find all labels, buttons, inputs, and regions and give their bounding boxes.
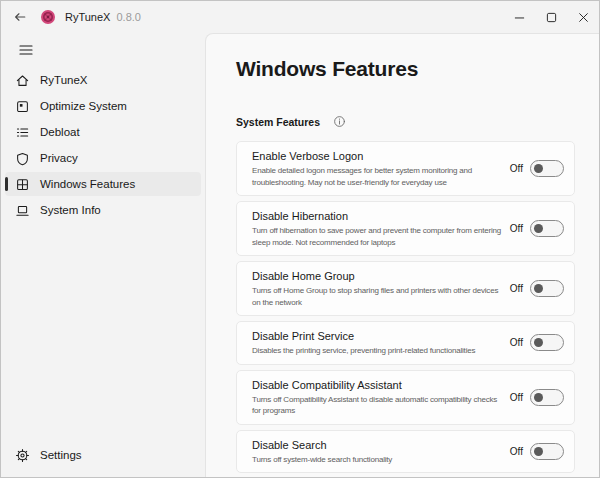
toggle-knob bbox=[534, 164, 543, 173]
app-window: RyTuneX 0.8.0 bbox=[0, 0, 600, 478]
sidebar-item-debloat[interactable]: Debloat bbox=[5, 120, 201, 144]
close-icon bbox=[578, 12, 589, 23]
feature-description: Turns off Compatibility Assistant to dis… bbox=[252, 394, 505, 417]
close-button[interactable] bbox=[567, 1, 599, 33]
feature-card-disable-home-group: Disable Home Group Turns off Home Group … bbox=[236, 261, 575, 316]
feature-title: Disable Search bbox=[252, 438, 506, 453]
feature-card-disable-hibernation: Disable Hibernation Turn off hibernation… bbox=[236, 201, 575, 256]
window-version: 0.8.0 bbox=[116, 11, 140, 23]
sidebar-item-rytunex[interactable]: RyTuneX bbox=[5, 68, 201, 92]
hamburger-icon bbox=[19, 44, 33, 56]
feature-description: Disables the printing service, preventin… bbox=[252, 345, 505, 357]
sidebar-nav: RyTuneX Optimize System Debloat bbox=[1, 66, 205, 224]
section-label: System Features bbox=[236, 116, 320, 128]
sidebar-item-label: Windows Features bbox=[40, 178, 135, 190]
feature-title: Disable Print Service bbox=[252, 329, 506, 344]
minimize-icon bbox=[514, 12, 525, 23]
list-icon bbox=[15, 125, 30, 140]
sidebar-item-windows-features[interactable]: Windows Features bbox=[5, 172, 201, 196]
feature-card-disable-search: Disable Search Turns off system-wide sea… bbox=[236, 430, 575, 474]
sidebar-item-label: Debloat bbox=[40, 126, 80, 138]
sidebar: RyTuneX Optimize System Debloat bbox=[1, 33, 205, 477]
toggle-knob bbox=[534, 338, 543, 347]
toggle-knob bbox=[534, 284, 543, 293]
toggle-knob bbox=[534, 393, 543, 402]
sidebar-item-label: Optimize System bbox=[40, 100, 127, 112]
toggle-state-label: Off bbox=[510, 392, 523, 403]
toggle-state-label: Off bbox=[510, 163, 523, 174]
toggle-state-label: Off bbox=[510, 283, 523, 294]
back-arrow-icon bbox=[13, 10, 27, 24]
sidebar-item-privacy[interactable]: Privacy bbox=[5, 146, 201, 170]
feature-card-disable-compatibility-assistant: Disable Compatibility Assistant Turns of… bbox=[236, 370, 575, 425]
laptop-icon bbox=[15, 203, 30, 218]
minimize-button[interactable] bbox=[503, 1, 535, 33]
menu-button[interactable] bbox=[11, 38, 41, 62]
sidebar-footer: Settings bbox=[1, 439, 205, 477]
app-logo-icon bbox=[40, 9, 56, 25]
toggle-switch[interactable] bbox=[530, 389, 564, 406]
back-button[interactable] bbox=[9, 6, 31, 28]
sidebar-item-settings[interactable]: Settings bbox=[5, 443, 201, 467]
titlebar: RyTuneX 0.8.0 bbox=[1, 1, 599, 33]
feature-description: Turns off system-wide search functionali… bbox=[252, 454, 505, 466]
page-title: Windows Features bbox=[236, 57, 575, 81]
sidebar-item-label: System Info bbox=[40, 204, 101, 216]
toggle-switch[interactable] bbox=[530, 280, 564, 297]
feature-card-disable-print-service: Disable Print Service Disables the print… bbox=[236, 321, 575, 365]
feature-title: Disable Compatibility Assistant bbox=[252, 378, 506, 393]
window-title: RyTuneX bbox=[65, 11, 110, 23]
sidebar-item-label: RyTuneX bbox=[40, 74, 88, 86]
feature-card-enable-verbose-logon: Enable Verbose Logon Enable detailed log… bbox=[236, 141, 575, 196]
main-panel: Windows Features System Features Enable … bbox=[205, 33, 599, 477]
toggle-state-label: Off bbox=[510, 337, 523, 348]
home-icon bbox=[15, 73, 30, 88]
feature-title: Disable Home Group bbox=[252, 269, 506, 284]
feature-list: Enable Verbose Logon Enable detailed log… bbox=[236, 141, 575, 473]
info-icon[interactable] bbox=[333, 115, 346, 128]
maximize-icon bbox=[546, 12, 557, 23]
toggle-knob bbox=[534, 224, 543, 233]
toggle-state-label: Off bbox=[510, 223, 523, 234]
section-header: System Features bbox=[236, 115, 575, 128]
grid-icon bbox=[15, 177, 30, 192]
window-controls bbox=[503, 1, 599, 33]
feature-description: Turns off Home Group to stop sharing fil… bbox=[252, 285, 505, 308]
sidebar-item-label: Settings bbox=[40, 449, 82, 461]
feature-description: Turn off hibernation to save power and p… bbox=[252, 225, 505, 248]
toggle-state-label: Off bbox=[510, 446, 523, 457]
sidebar-item-optimize-system[interactable]: Optimize System bbox=[5, 94, 201, 118]
sidebar-item-system-info[interactable]: System Info bbox=[5, 198, 201, 222]
maximize-button[interactable] bbox=[535, 1, 567, 33]
toggle-switch[interactable] bbox=[530, 160, 564, 177]
toggle-switch[interactable] bbox=[530, 220, 564, 237]
feature-description: Enable detailed logon messages for bette… bbox=[252, 165, 505, 188]
toggle-switch[interactable] bbox=[530, 443, 564, 460]
toggle-switch[interactable] bbox=[530, 334, 564, 351]
feature-title: Disable Hibernation bbox=[252, 209, 506, 224]
shield-icon bbox=[15, 151, 30, 166]
toggle-knob bbox=[534, 447, 543, 456]
optimize-icon bbox=[15, 99, 30, 114]
sidebar-item-label: Privacy bbox=[40, 152, 78, 164]
feature-title: Enable Verbose Logon bbox=[252, 149, 506, 164]
gear-icon bbox=[15, 448, 30, 463]
